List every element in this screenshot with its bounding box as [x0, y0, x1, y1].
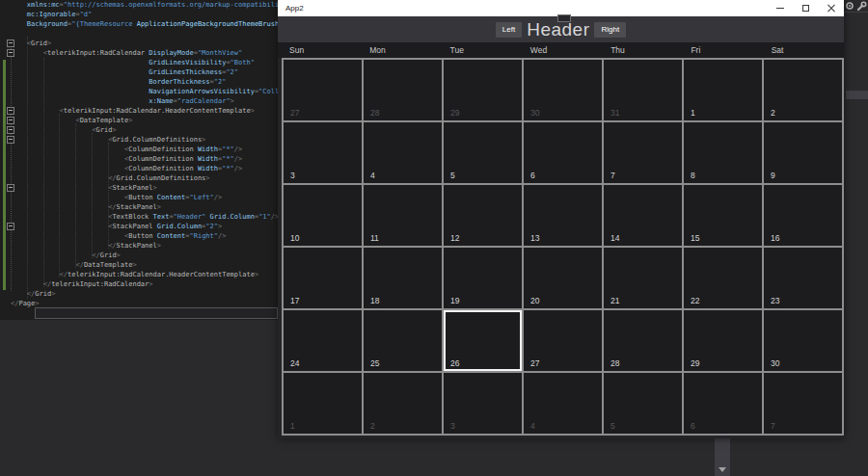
panel-divider	[844, 12, 868, 13]
close-icon[interactable]	[827, 5, 835, 13]
code-line: <Grid>	[11, 125, 117, 135]
calendar-day-cell[interactable]: 19	[444, 248, 522, 308]
calendar-day-cell[interactable]: 7	[604, 122, 682, 183]
window-title: App2	[285, 4, 304, 13]
calendar-day-cell[interactable]: 1	[684, 60, 762, 120]
day-number: 5	[450, 171, 455, 180]
calendar-day-cell[interactable]: 4	[364, 122, 442, 183]
calendar-day-cell[interactable]: 7	[764, 373, 842, 434]
calendar-day-cell[interactable]: 8	[684, 122, 762, 183]
code-line: NavigationArrowsVisibility="Collapse	[11, 87, 295, 96]
day-name-label: Sun	[282, 42, 362, 58]
code-line: GridLinesVisibility="Both"	[11, 58, 255, 67]
calendar-day-cell[interactable]: 3	[444, 373, 522, 434]
horizontal-scrollbar[interactable]	[35, 307, 278, 319]
minimize-icon[interactable]	[776, 8, 784, 9]
calendar-day-cell[interactable]: 6	[684, 373, 762, 434]
maximize-icon[interactable]	[802, 5, 809, 12]
window-controls	[776, 5, 835, 13]
calendar-day-cell[interactable]: 5	[604, 373, 682, 434]
calendar-day-cell[interactable]: 30	[764, 310, 842, 371]
left-button[interactable]: Left	[496, 22, 522, 38]
calendar-day-cell[interactable]: 12	[444, 185, 522, 246]
code-line: BorderThickness="2"	[11, 77, 226, 87]
screen: xmlns:mc="http://schemas.openxmlformats.…	[0, 0, 868, 476]
calendar-day-cell[interactable]: 2	[764, 60, 842, 120]
calendar-day-cell[interactable]: 23	[764, 248, 842, 308]
day-number: 27	[530, 358, 539, 368]
calendar-day-cell[interactable]: 25	[364, 310, 442, 371]
day-number: 3	[450, 421, 455, 431]
code-line: </Grid>	[11, 289, 55, 299]
day-number: 29	[691, 358, 699, 368]
code-line: <ColumnDefinition Width="*"/>	[11, 145, 242, 154]
calendar-day-cell[interactable]: 22	[684, 248, 762, 308]
code-line: <Grid.ColumnDefinitions>	[11, 135, 205, 145]
calendar-day-cell[interactable]: 13	[524, 185, 602, 246]
day-number: 24	[290, 358, 299, 368]
calendar-day-cell[interactable]: 14	[604, 185, 682, 246]
code-line: </StackPanel>	[11, 202, 161, 212]
header-handle	[557, 14, 571, 22]
chevron-down-icon[interactable]	[719, 467, 726, 472]
right-scrollbar-thumb[interactable]	[846, 91, 868, 99]
code-line: mc:Ignorable="d"	[11, 10, 92, 19]
calendar-day-cell[interactable]: 21	[604, 248, 682, 308]
code-line: <telerikInput:RadCalendar DisplayMode="M…	[11, 48, 242, 58]
calendar-day-cell[interactable]: 29	[684, 310, 762, 371]
calendar-day-cell[interactable]: 27	[524, 310, 602, 371]
day-name-label: Wed	[523, 42, 603, 58]
day-number: 2	[370, 421, 375, 431]
day-number: 4	[530, 421, 535, 431]
right-button[interactable]: Right	[594, 22, 626, 38]
day-number: 9	[771, 171, 775, 180]
day-number: 12	[450, 233, 459, 243]
code-line: <Button Content="Right"/>	[11, 231, 226, 241]
calendar-day-cell[interactable]: 4	[524, 373, 602, 434]
calendar-day-cell[interactable]: 3	[284, 122, 362, 183]
day-number: 23	[771, 296, 779, 305]
day-number: 6	[691, 421, 695, 431]
calendar-day-cell[interactable]: 2	[364, 373, 442, 434]
day-names-row: SunMonTueWedThuFriSat	[278, 42, 844, 58]
calendar-day-cell[interactable]: 9	[764, 122, 842, 183]
code-line: xmlns:mc="http://schemas.openxmlformats.…	[11, 0, 287, 10]
calendar-day-cell[interactable]: 11	[364, 185, 442, 246]
code-line: </StackPanel>	[11, 241, 161, 251]
day-number: 2	[771, 108, 775, 118]
day-number: 10	[290, 233, 299, 243]
code-line: </Grid.ColumnDefinitions>	[11, 173, 210, 183]
day-number: 16	[771, 233, 779, 243]
day-name-label: Tue	[443, 42, 523, 58]
calendar-day-cell-selected[interactable]: 26	[444, 310, 522, 371]
day-number: 7	[771, 421, 775, 431]
calendar-day-cell[interactable]: 10	[284, 185, 362, 246]
calendar-day-cell[interactable]: 31	[604, 60, 682, 120]
day-number: 6	[530, 171, 535, 180]
calendar-day-cell[interactable]: 28	[604, 310, 682, 371]
calendar-day-cell[interactable]: 17	[284, 248, 362, 308]
day-number: 1	[691, 108, 695, 118]
gear-icon[interactable]	[845, 1, 854, 11]
code-line: </DataTemplate>	[11, 260, 137, 270]
calendar-day-cell[interactable]: 24	[284, 310, 362, 371]
day-name-label: Mon	[362, 42, 442, 58]
calendar-day-cell[interactable]: 1	[284, 373, 362, 434]
calendar-day-cell[interactable]: 16	[764, 185, 842, 246]
day-number: 20	[530, 296, 539, 305]
day-number: 25	[370, 358, 379, 368]
wrench-icon[interactable]	[856, 1, 867, 12]
code-line: <TextBlock Text="Header" Grid.Column="1"…	[11, 212, 279, 222]
calendar-day-cell[interactable]: 29	[444, 60, 522, 120]
calendar-day-cell[interactable]: 18	[364, 248, 442, 308]
calendar-day-cell[interactable]: 28	[364, 60, 442, 120]
calendar-day-cell[interactable]: 5	[444, 122, 522, 183]
calendar-day-cell[interactable]: 15	[684, 185, 762, 246]
calendar-day-cell[interactable]: 30	[524, 60, 602, 120]
day-number: 27	[290, 108, 299, 118]
code-line: <StackPanel>	[11, 183, 157, 193]
calendar-day-cell[interactable]: 6	[524, 122, 602, 183]
calendar-day-cell[interactable]: 20	[524, 248, 602, 308]
day-number: 18	[370, 296, 379, 305]
calendar-day-cell[interactable]: 27	[284, 60, 362, 120]
